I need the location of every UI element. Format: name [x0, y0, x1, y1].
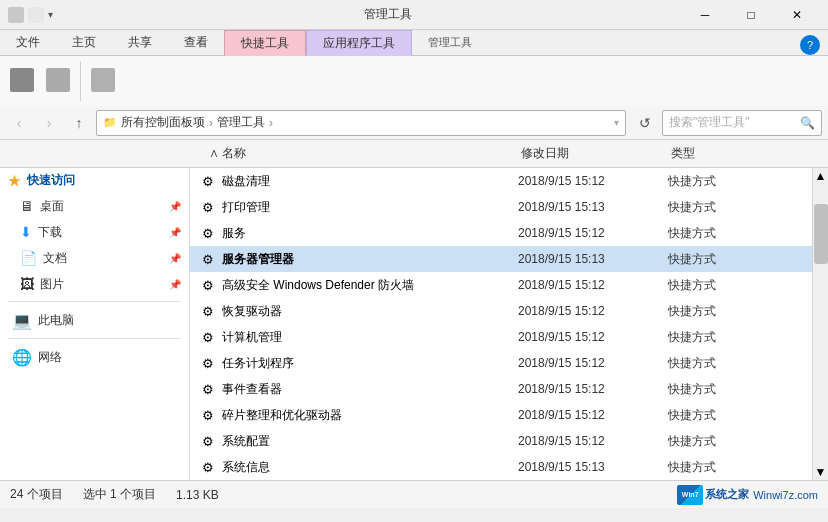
sidebar-this-pc-label: 此电脑 [38, 312, 74, 329]
watermark-url: Winwi7z.com [753, 489, 818, 501]
file-type: 快捷方式 [668, 225, 788, 242]
file-type: 快捷方式 [668, 381, 788, 398]
file-icon: ⚙ [198, 251, 218, 267]
tab-file[interactable]: 文件 [0, 29, 56, 55]
scroll-down-btn[interactable]: ▼ [813, 464, 828, 480]
file-date: 2018/9/15 15:12 [518, 304, 668, 318]
sidebar: ★ 快速访问 🖥 桌面 📌 ⬇ 下载 📌 📄 文档 📌 🖼 图片 � [0, 168, 190, 480]
file-date: 2018/9/15 15:13 [518, 200, 668, 214]
ribbon-tool-2[interactable] [40, 64, 76, 98]
file-date: 2018/9/15 15:12 [518, 226, 668, 240]
file-row[interactable]: ⚙高级安全 Windows Defender 防火墙2018/9/15 15:1… [190, 272, 812, 298]
ribbon-divider [80, 61, 81, 101]
tool-icon-3 [91, 68, 115, 92]
file-icon: ⚙ [198, 433, 218, 449]
close-button[interactable]: ✕ [774, 0, 820, 30]
sidebar-divider-1 [8, 301, 181, 302]
sidebar-item-download[interactable]: ⬇ 下载 📌 [0, 219, 189, 245]
content-area: ∧ 名称 修改日期 类型 ★ 快速访问 🖥 桌面 📌 ⬇ 下载 📌 [0, 140, 828, 480]
sidebar-desktop-label: 桌面 [40, 198, 64, 215]
file-date: 2018/9/15 15:12 [518, 278, 668, 292]
address-dropdown-icon[interactable]: ▾ [614, 117, 619, 128]
sidebar-item-network[interactable]: 🌐 网络 [0, 343, 189, 371]
forward-button[interactable]: › [36, 110, 62, 136]
file-name: 磁盘清理 [222, 173, 518, 190]
sidebar-group-quick-access[interactable]: ★ 快速访问 [0, 168, 189, 193]
sidebar-item-pictures[interactable]: 🖼 图片 📌 [0, 271, 189, 297]
win7-logo: Win7 [677, 485, 703, 505]
pin-icon-pictures: 📌 [169, 279, 181, 290]
col-type-header[interactable]: 类型 [671, 145, 791, 162]
search-box[interactable]: 搜索"管理工具" 🔍 [662, 110, 822, 136]
tab-app-tools[interactable]: 应用程序工具 [306, 30, 412, 56]
sidebar-item-this-pc[interactable]: 💻 此电脑 [0, 306, 189, 334]
ribbon-help-button[interactable]: ? [800, 35, 820, 55]
file-date: 2018/9/15 15:13 [518, 252, 668, 266]
file-type: 快捷方式 [668, 355, 788, 372]
file-date: 2018/9/15 15:12 [518, 408, 668, 422]
file-row[interactable]: ⚙系统配置2018/9/15 15:12快捷方式 [190, 428, 812, 454]
file-date: 2018/9/15 15:12 [518, 356, 668, 370]
pin-icon-docs: 📌 [169, 253, 181, 264]
file-date: 2018/9/15 15:12 [518, 382, 668, 396]
sidebar-download-label: 下载 [38, 224, 62, 241]
app-icon [8, 7, 24, 23]
column-headers: ∧ 名称 修改日期 类型 [0, 140, 828, 168]
file-icon: ⚙ [198, 355, 218, 371]
file-name: 服务 [222, 225, 518, 242]
sidebar-item-desktop[interactable]: 🖥 桌面 📌 [0, 193, 189, 219]
refresh-button[interactable]: ↺ [632, 110, 658, 136]
title-bar-icons: ▾ [8, 7, 53, 23]
file-date: 2018/9/15 15:12 [518, 174, 668, 188]
address-bar[interactable]: 📁 所有控制面板项 › 管理工具 › ▾ [96, 110, 626, 136]
address-path-1: 所有控制面板项 [121, 114, 205, 131]
quick-access-label: 快速访问 [27, 172, 75, 189]
window-title: 管理工具 [93, 6, 682, 23]
file-row[interactable]: ⚙打印管理2018/9/15 15:13快捷方式 [190, 194, 812, 220]
file-row[interactable]: ⚙恢复驱动器2018/9/15 15:12快捷方式 [190, 298, 812, 324]
up-button[interactable]: ↑ [66, 110, 92, 136]
tab-quick-tools[interactable]: 快捷工具 [224, 30, 306, 56]
file-icon: ⚙ [198, 303, 218, 319]
quick-access-icon [28, 7, 44, 23]
file-row[interactable]: ⚙事件查看器2018/9/15 15:12快捷方式 [190, 376, 812, 402]
col-date-header[interactable]: 修改日期 [521, 145, 671, 162]
file-row[interactable]: ⚙计算机管理2018/9/15 15:12快捷方式 [190, 324, 812, 350]
watermark-logo-area: Win7 系统之家 [677, 485, 749, 505]
file-row[interactable]: ⚙任务计划程序2018/9/15 15:12快捷方式 [190, 350, 812, 376]
scroll-thumb[interactable] [814, 204, 828, 264]
file-row[interactable]: ⚙服务器管理器2018/9/15 15:13快捷方式 [190, 246, 812, 272]
file-name: 系统信息 [222, 459, 518, 476]
file-row[interactable]: ⚙磁盘清理2018/9/15 15:12快捷方式 [190, 168, 812, 194]
search-placeholder: 搜索"管理工具" [669, 114, 750, 131]
status-size: 1.13 KB [176, 488, 219, 502]
file-name: 计算机管理 [222, 329, 518, 346]
file-icon: ⚙ [198, 225, 218, 241]
scroll-up-btn[interactable]: ▲ [813, 168, 828, 184]
sidebar-item-docs[interactable]: 📄 文档 📌 [0, 245, 189, 271]
tab-share[interactable]: 共享 [112, 29, 168, 55]
ribbon-tool-3[interactable] [85, 64, 121, 98]
back-button[interactable]: ‹ [6, 110, 32, 136]
sidebar-divider-2 [8, 338, 181, 339]
tab-view[interactable]: 查看 [168, 29, 224, 55]
file-row[interactable]: ⚙服务2018/9/15 15:12快捷方式 [190, 220, 812, 246]
file-date: 2018/9/15 15:12 [518, 434, 668, 448]
minimize-button[interactable]: ─ [682, 0, 728, 30]
file-row[interactable]: ⚙系统信息2018/9/15 15:13快捷方式 [190, 454, 812, 480]
tab-home[interactable]: 主页 [56, 29, 112, 55]
search-icon: 🔍 [800, 116, 815, 130]
file-type: 快捷方式 [668, 251, 788, 268]
tool-icon-2 [46, 68, 70, 92]
ribbon-tabs-row: 文件 主页 共享 查看 快捷工具 应用程序工具 管理工具 ? [0, 30, 828, 56]
col-name-header[interactable]: ∧ 名称 [201, 145, 521, 162]
file-row[interactable]: ⚙碎片整理和优化驱动器2018/9/15 15:12快捷方式 [190, 402, 812, 428]
status-selected: 选中 1 个项目 [83, 486, 156, 503]
download-icon: ⬇ [20, 224, 32, 240]
scrollbar[interactable]: ▲ ▼ [812, 168, 828, 480]
pin-icon-desktop: 📌 [169, 201, 181, 212]
maximize-button[interactable]: □ [728, 0, 774, 30]
pictures-icon: 🖼 [20, 276, 34, 292]
file-type: 快捷方式 [668, 407, 788, 424]
ribbon-tool-1[interactable] [4, 64, 40, 98]
